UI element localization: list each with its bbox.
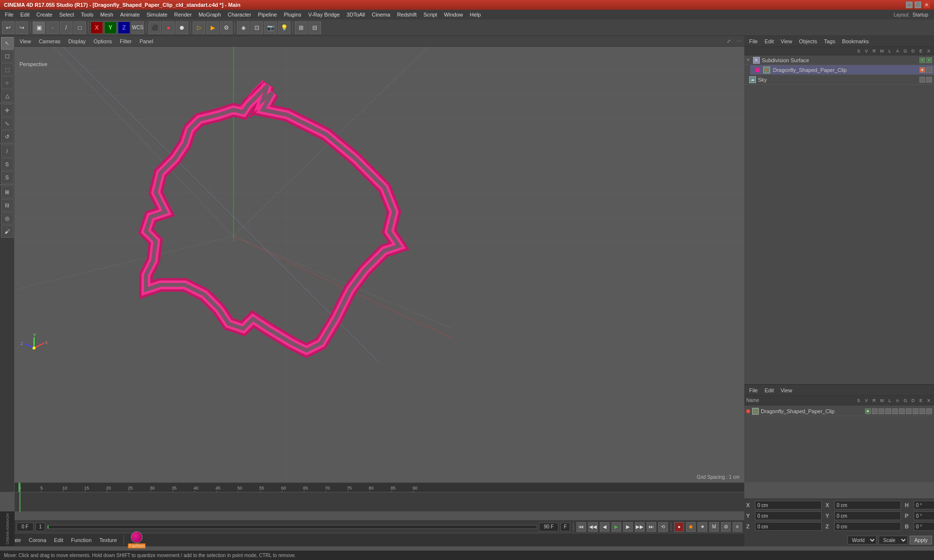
objects-menu-file[interactable]: File: [747, 37, 760, 45]
viewport-expand-icon[interactable]: ⤢: [727, 38, 731, 44]
material-item-fashion[interactable]: Fashion: [128, 531, 145, 548]
menu-3dtoall[interactable]: 3DToAll: [343, 11, 368, 18]
viewport-dots-icon[interactable]: ⋯: [736, 38, 741, 44]
record-button[interactable]: ●: [162, 21, 175, 34]
props-flag-r[interactable]: [879, 408, 884, 414]
render-settings-button[interactable]: ⚙: [220, 21, 233, 34]
x-axis-button[interactable]: X: [90, 21, 103, 34]
coord-apply-button[interactable]: Apply: [910, 536, 932, 544]
menu-cinema[interactable]: Cinema: [369, 11, 393, 18]
viewport-menu-display[interactable]: Display: [66, 37, 88, 45]
transport-goto-start[interactable]: ⏮: [576, 522, 586, 532]
material-tab-corona[interactable]: Corona: [26, 536, 49, 544]
props-flag-v[interactable]: [872, 408, 878, 414]
viewport-menu-panel[interactable]: Panel: [138, 37, 155, 45]
undo-button[interactable]: ↩: [2, 21, 15, 34]
transport-next-frame[interactable]: ▶: [623, 522, 633, 532]
tool-selection-live[interactable]: ☐: [1, 50, 14, 63]
timeline-content[interactable]: [15, 492, 744, 512]
render-view-button[interactable]: ▷: [193, 21, 205, 34]
object-row-subdivision[interactable]: ▼ ⊞ Subdivision Surface ✓ ✓: [744, 55, 934, 65]
objects-menu-objects[interactable]: Objects: [797, 37, 819, 45]
dragonfly-flag-v[interactable]: [926, 67, 932, 73]
transport-extra[interactable]: ≡: [733, 522, 742, 532]
tool-rotate[interactable]: ↺: [1, 130, 14, 143]
props-flag-s[interactable]: ■: [865, 408, 871, 414]
menu-plugins[interactable]: Plugins: [281, 11, 304, 18]
z-axis-button[interactable]: Z: [118, 21, 130, 34]
objects-menu-view[interactable]: View: [779, 37, 794, 45]
tool-move[interactable]: ↖: [1, 37, 14, 50]
transport-next-key[interactable]: ▶▶: [635, 522, 645, 532]
fps-input[interactable]: [36, 523, 45, 531]
coord-x-pos-input[interactable]: [755, 501, 822, 509]
perspective-button[interactable]: ◈: [237, 21, 250, 34]
timeline-scrubber[interactable]: [47, 525, 537, 529]
menu-animate[interactable]: Animate: [117, 11, 143, 18]
menu-file[interactable]: File: [2, 11, 17, 18]
menu-tools[interactable]: Tools: [78, 11, 96, 18]
objects-menu-tags[interactable]: Tags: [822, 37, 837, 45]
menu-vraybridge[interactable]: V-Ray Bridge: [305, 11, 343, 18]
tool-brush[interactable]: 🖌: [1, 225, 14, 238]
transport-loop[interactable]: ⟲: [658, 522, 668, 532]
menu-pipeline[interactable]: Pipeline: [255, 11, 280, 18]
minimize-button[interactable]: ─: [906, 1, 913, 8]
material-tab-edit[interactable]: Edit: [51, 536, 66, 544]
tool-selection-poly[interactable]: △: [1, 89, 14, 102]
y-axis-button[interactable]: Y: [104, 21, 117, 34]
tool-soft-selection[interactable]: ◎: [1, 212, 14, 225]
redo-button[interactable]: ↪: [16, 21, 28, 34]
grid-button[interactable]: ⊟: [308, 21, 321, 34]
keyframe-button[interactable]: ⬛: [148, 21, 161, 34]
auto-keyframe-button[interactable]: ⏺: [176, 21, 188, 34]
sky-flag-v[interactable]: [926, 77, 932, 83]
menu-help[interactable]: Help: [467, 11, 484, 18]
tool-line[interactable]: /: [1, 145, 14, 158]
transport-autokey[interactable]: ⏺: [686, 522, 696, 532]
objects-menu-edit[interactable]: Edit: [763, 37, 776, 45]
coord-h-input[interactable]: [914, 501, 934, 509]
maximize-button[interactable]: □: [915, 1, 921, 8]
viewport-menu-filter[interactable]: Filter: [118, 37, 133, 45]
menu-select[interactable]: Select: [56, 11, 77, 18]
render-picture-viewer-button[interactable]: ▶: [206, 21, 219, 34]
coord-p-input[interactable]: [914, 511, 934, 520]
tool-scale[interactable]: ⤡: [1, 117, 14, 130]
transport-goto-end[interactable]: ⏭: [647, 522, 656, 532]
objects-menu-bookmarks[interactable]: Bookmarks: [840, 37, 871, 45]
props-flag-g[interactable]: [906, 408, 912, 414]
close-button[interactable]: ✕: [923, 1, 930, 8]
transport-settings[interactable]: ⚙: [721, 522, 731, 532]
tool-spline[interactable]: S: [1, 158, 14, 171]
coord-world-dropdown[interactable]: World: [847, 536, 877, 544]
viewport-canvas[interactable]: X Y Z Perspective Grid Spacing : 1 cm: [15, 47, 744, 482]
props-flag-d[interactable]: [913, 408, 918, 414]
coord-y-pos-input[interactable]: [755, 511, 822, 520]
viewport-menu-cameras[interactable]: Cameras: [37, 37, 63, 45]
menu-edit[interactable]: Edit: [18, 11, 33, 18]
select-polys-button[interactable]: □: [73, 21, 86, 34]
viewport-menu-view[interactable]: View: [18, 37, 33, 45]
tool-selection-circle[interactable]: ○: [1, 76, 14, 89]
select-model-button[interactable]: ▣: [33, 21, 45, 34]
props-menu-file[interactable]: File: [747, 386, 760, 394]
menu-create[interactable]: Create: [34, 11, 55, 18]
transport-motion[interactable]: M: [709, 522, 719, 532]
tool-paint[interactable]: S: [1, 171, 14, 184]
timeline-ruler[interactable]: 0 5 10 15 20 25 30 35 40 45 50 55 60 65 …: [15, 483, 744, 492]
menu-mesh[interactable]: Mesh: [97, 11, 116, 18]
props-flag-a[interactable]: [899, 408, 905, 414]
object-row-dragonfly[interactable]: 🔺 Dragonfly_Shaped_Paper_Clip ■: [750, 65, 934, 75]
menu-simulate[interactable]: Simulate: [144, 11, 170, 18]
coord-z-pos-input[interactable]: [755, 522, 822, 531]
coord-scale-dropdown[interactable]: Scale: [879, 536, 908, 544]
end-frame-input[interactable]: [539, 523, 558, 531]
props-flag-m[interactable]: [885, 408, 891, 414]
coord-y-rot-input[interactable]: [834, 511, 901, 520]
menu-character[interactable]: Character: [225, 11, 254, 18]
material-tab-texture[interactable]: Texture: [96, 536, 120, 544]
menu-window[interactable]: Window: [441, 11, 466, 18]
tool-translate[interactable]: ✛: [1, 104, 14, 117]
props-row-dragonfly[interactable]: 🔺 Dragonfly_Shaped_Paper_Clip ■: [746, 406, 932, 416]
